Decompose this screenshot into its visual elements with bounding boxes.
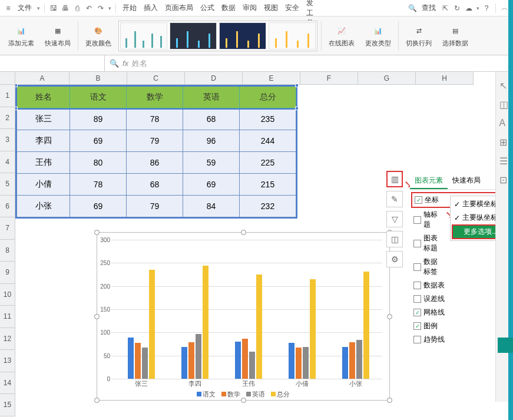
table-cell[interactable]: 96 [183,130,240,152]
legend-item[interactable]: 英语 [246,390,265,399]
table-cell[interactable]: 69 [70,196,127,217]
row-header[interactable]: 13 [0,350,15,372]
bar[interactable] [135,343,141,379]
panel-item-data-label[interactable]: 数据标签 [411,255,503,279]
table-header[interactable]: 总分 [240,87,296,108]
panel-item-data-table[interactable]: 数据表 [411,279,503,292]
bar[interactable] [142,348,148,379]
table-cell[interactable]: 79 [127,130,183,152]
panel-item-legend[interactable]: ✓图例 [411,319,503,333]
row-header[interactable]: 12 [0,328,15,350]
row-header[interactable]: 4 [0,151,15,174]
bar[interactable] [242,339,248,379]
add-element-button[interactable]: 📊 添加元素 [5,19,38,53]
legend-item[interactable]: 数学 [221,390,240,399]
formula-content[interactable]: 姓名 [132,58,147,69]
table-cell[interactable]: 68 [183,108,240,130]
bar[interactable] [342,347,348,379]
col-header[interactable]: C [127,72,185,85]
chart-style-tool[interactable]: ✎ [386,191,403,207]
table-cell[interactable]: 59 [183,152,240,174]
bar[interactable] [303,347,309,379]
redo-icon[interactable]: ↷ [96,4,105,13]
chart-settings-tool[interactable]: ⚙ [386,251,403,267]
row-header[interactable]: 15 [0,394,15,416]
table-cell[interactable]: 张三 [17,108,70,130]
row-header[interactable]: 6 [0,196,15,218]
row-header[interactable]: 7 [0,217,15,240]
bar[interactable] [310,279,316,379]
cloud-icon[interactable]: ☁ [464,4,474,13]
save-icon[interactable]: 🖫 [49,4,58,13]
legend[interactable]: 语文数学英语总分 [97,390,389,399]
online-chart-button[interactable]: 📈 在线图表 [325,19,358,53]
tab-view[interactable]: 视图 [262,2,280,14]
row-header[interactable]: 1 [0,85,15,107]
style-thumb-4[interactable] [269,22,316,49]
sync-icon[interactable]: ↻ [452,4,462,13]
bar[interactable] [349,342,355,379]
tab-data[interactable]: 数据 [219,2,238,14]
bar[interactable] [181,347,187,379]
bar[interactable] [289,343,294,379]
share-icon[interactable]: ⇱ [441,4,450,13]
table-header[interactable]: 姓名 [17,87,70,108]
bar[interactable] [188,342,194,379]
bar[interactable] [256,275,262,379]
plot-area[interactable]: 050100150200250300 [111,240,382,379]
table-cell[interactable]: 68 [127,174,183,196]
table-cell[interactable]: 69 [70,130,127,152]
panel-item-error-bar[interactable]: 误差线 [411,292,503,306]
table-cell[interactable]: 王伟 [17,152,70,174]
style-thumb-1[interactable] [120,22,167,49]
bar[interactable] [196,334,201,379]
style-thumb-3[interactable] [219,22,266,49]
select-data-button[interactable]: ▤ 选择数据 [439,19,472,53]
tab-layout[interactable]: 页面布局 [163,2,196,14]
chart-filter-tool[interactable]: ▽ [386,211,403,227]
table-header[interactable]: 语文 [70,87,127,108]
chart-layout-tool[interactable]: ◫ [386,231,403,247]
col-header[interactable]: A [15,72,69,85]
table-cell[interactable]: 小倩 [17,174,70,196]
quick-layout-button[interactable]: ▦ 快速布局 [41,19,74,53]
help-icon[interactable]: ? [482,4,491,13]
table-header[interactable]: 英语 [183,87,240,108]
bar[interactable] [356,340,362,379]
table-cell[interactable]: 232 [240,196,296,217]
panel-item-gridline[interactable]: ✓网格线 [411,306,503,319]
tab-review[interactable]: 审阅 [240,2,259,14]
table-cell[interactable]: 李四 [17,130,70,152]
table-cell[interactable]: 小张 [17,196,70,217]
data-table[interactable]: 姓名语文数学英语总分张三897868235李四697996244王伟808659… [15,85,297,219]
table-cell[interactable]: 80 [70,152,127,174]
row-header[interactable]: 2 [0,107,15,130]
tab-insert[interactable]: 插入 [141,2,160,14]
undo-icon[interactable]: ↶ [84,4,94,13]
table-cell[interactable]: 78 [70,174,127,196]
change-type-button[interactable]: 📊 更改类型 [362,19,395,53]
table-cell[interactable]: 86 [127,152,183,174]
table-cell[interactable]: 244 [240,130,296,152]
bar[interactable] [149,270,155,379]
row-header[interactable]: 8 [0,240,15,262]
row-header[interactable]: 11 [0,306,15,328]
table-cell[interactable]: 89 [70,108,127,130]
search-icon[interactable]: 🔍 [408,4,417,13]
style-gallery[interactable] [118,21,317,51]
bar[interactable] [203,266,208,379]
col-header[interactable]: B [69,72,127,85]
bar[interactable] [128,338,134,379]
table-cell[interactable]: 225 [240,152,296,174]
name-box[interactable] [0,55,105,71]
col-header[interactable]: E [243,72,300,85]
bar[interactable] [296,348,302,379]
tab-formula[interactable]: 公式 [198,2,217,14]
table-cell[interactable]: 79 [127,196,183,217]
table-cell[interactable]: 215 [240,174,296,196]
chart-elements-tool[interactable]: ▥ [386,171,403,187]
panel-item-trendline[interactable]: 趋势线 [411,333,503,346]
change-color-button[interactable]: 🎨 更改颜色 [82,19,115,53]
bar[interactable] [363,272,369,379]
file-menu[interactable]: 文件 [15,2,34,14]
